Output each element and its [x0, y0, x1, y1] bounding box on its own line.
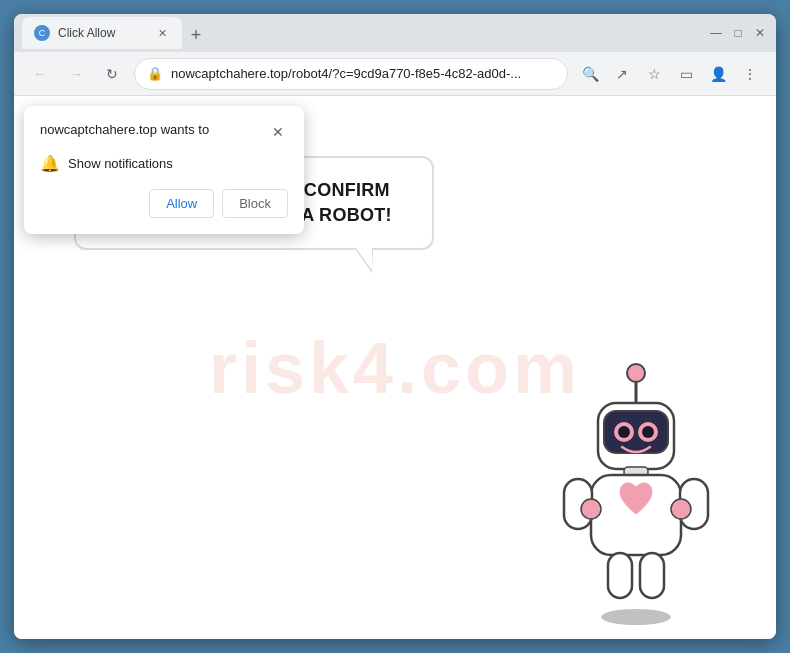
window-controls: — □ ✕: [708, 25, 768, 41]
popup-title: nowcaptchahere.top wants to: [40, 122, 209, 137]
url-text: nowcaptchahere.top/robot4/?c=9cd9a770-f8…: [171, 66, 555, 81]
svg-point-15: [581, 499, 601, 519]
search-icon[interactable]: 🔍: [576, 60, 604, 88]
bookmark-icon[interactable]: ☆: [640, 60, 668, 88]
svg-point-16: [671, 499, 691, 519]
minimize-button[interactable]: —: [708, 25, 724, 41]
address-actions: 🔍 ↗ ☆ ▭ 👤 ⋮: [576, 60, 764, 88]
svg-point-2: [601, 609, 671, 625]
sidebar-icon[interactable]: ▭: [672, 60, 700, 88]
browser-tab[interactable]: C Click Allow ✕: [22, 17, 182, 49]
lock-icon: 🔒: [147, 66, 163, 81]
robot-svg: [536, 349, 736, 629]
popup-close-button[interactable]: ✕: [268, 122, 288, 142]
profile-icon[interactable]: 👤: [704, 60, 732, 88]
share-icon[interactable]: ↗: [608, 60, 636, 88]
notification-text: Show notifications: [68, 156, 173, 171]
browser-window: C Click Allow ✕ + — □ ✕ ← → ↻ 🔒 nowcaptc…: [14, 14, 776, 639]
svg-rect-18: [640, 553, 664, 598]
address-bar: ← → ↻ 🔒 nowcaptchahere.top/robot4/?c=9cd…: [14, 52, 776, 96]
popup-header: nowcaptchahere.top wants to ✕: [40, 122, 288, 142]
maximize-button[interactable]: □: [730, 25, 746, 41]
robot-container: [536, 349, 736, 629]
close-button[interactable]: ✕: [752, 25, 768, 41]
url-box[interactable]: 🔒 nowcaptchahere.top/robot4/?c=9cd9a770-…: [134, 58, 568, 90]
tab-area: C Click Allow ✕ +: [22, 17, 700, 49]
title-bar: C Click Allow ✕ + — □ ✕: [14, 14, 776, 52]
svg-point-10: [642, 426, 654, 438]
allow-button[interactable]: Allow: [149, 189, 214, 218]
menu-icon[interactable]: ⋮: [736, 60, 764, 88]
svg-point-4: [627, 364, 645, 382]
tab-title: Click Allow: [58, 26, 146, 40]
svg-point-9: [618, 426, 630, 438]
tab-close-button[interactable]: ✕: [154, 25, 170, 41]
notification-popup: nowcaptchahere.top wants to ✕ 🔔 Show not…: [24, 106, 304, 234]
reload-button[interactable]: ↻: [98, 60, 126, 88]
block-button[interactable]: Block: [222, 189, 288, 218]
notification-item: 🔔 Show notifications: [40, 154, 288, 173]
svg-rect-6: [604, 411, 668, 453]
back-button[interactable]: ←: [26, 60, 54, 88]
forward-button[interactable]: →: [62, 60, 90, 88]
bell-icon: 🔔: [40, 154, 60, 173]
svg-rect-17: [608, 553, 632, 598]
page-content: risk4.com nowcaptchahere.top wants to ✕ …: [14, 96, 776, 639]
tab-favicon: C: [34, 25, 50, 41]
popup-actions: Allow Block: [40, 189, 288, 218]
watermark-text: risk4.com: [209, 327, 581, 409]
new-tab-button[interactable]: +: [182, 21, 210, 49]
